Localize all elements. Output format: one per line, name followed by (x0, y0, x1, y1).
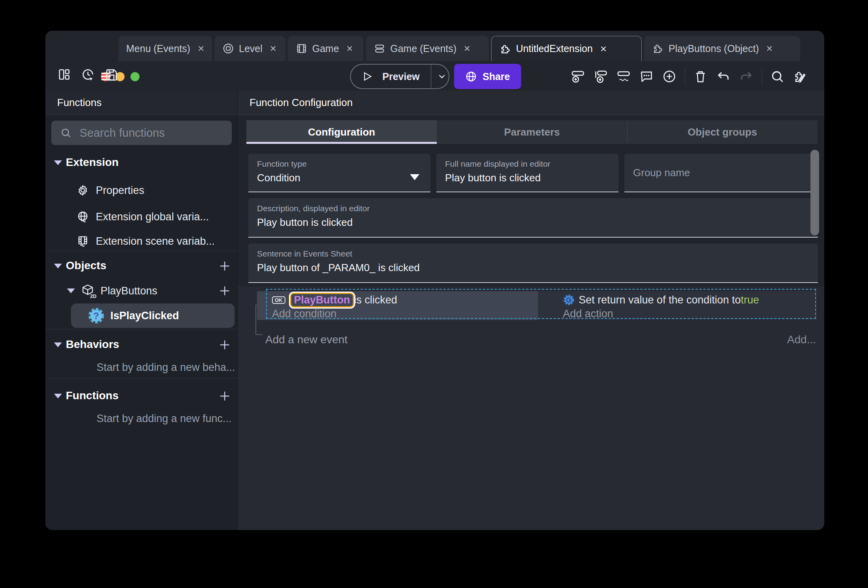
event-row[interactable]: OK PlayButton is clicked Add condition (257, 291, 817, 320)
dropdown-caret-icon (410, 174, 419, 180)
tab-label: PlayButtons (Object) (669, 43, 759, 54)
preview-button[interactable]: Preview (350, 64, 449, 89)
sidebar-section-behaviors[interactable]: Behaviors (45, 335, 237, 355)
group-name-field[interactable] (624, 154, 818, 192)
add-subevent-icon[interactable] (593, 69, 608, 84)
field-label: Function type (257, 159, 307, 169)
tab-game[interactable]: Game (288, 36, 363, 61)
add-behavior-icon[interactable] (218, 338, 231, 352)
sentence-field[interactable]: Sentence in Events Sheet Play button of … (248, 244, 818, 283)
collapse-caret-icon[interactable] (67, 288, 75, 293)
collapse-caret-icon[interactable] (54, 394, 62, 398)
gear-icon (76, 184, 89, 197)
tab-parameters[interactable]: Parameters (437, 120, 627, 144)
search-icon[interactable] (770, 69, 785, 84)
share-label: Share (482, 71, 510, 82)
tab-object-groups[interactable]: Object groups (627, 120, 818, 144)
sidebar-item-extension-scene-variables[interactable]: Extension scene variab... (45, 231, 237, 251)
window-zoom-button[interactable] (130, 72, 140, 81)
section-label: Extension (66, 156, 119, 169)
function-type-select[interactable]: Function type Condition (248, 154, 430, 192)
configuration-tabs: Configuration Parameters Object groups (246, 120, 818, 144)
tab-label: Menu (Events) (126, 43, 190, 54)
add-condition-link[interactable]: Add condition (272, 308, 337, 320)
tab-playbuttons-object[interactable]: PlayButtons (Object) (644, 36, 800, 61)
sidebar-item-label: Properties (96, 184, 144, 197)
collapse-caret-icon[interactable] (54, 264, 62, 268)
event-tree-line (255, 334, 263, 335)
tab-label: Level (239, 43, 263, 54)
history-icon[interactable] (81, 67, 95, 82)
field-label: Description, displayed in editor (257, 204, 370, 213)
undo-icon[interactable] (716, 69, 731, 84)
tab-menu-events[interactable]: Menu (Events) (118, 36, 212, 61)
delete-icon[interactable] (693, 69, 708, 84)
film-icon (296, 43, 307, 54)
chevron-down-icon[interactable] (437, 71, 447, 82)
redo-icon[interactable] (739, 69, 754, 84)
add-circle-icon[interactable] (662, 69, 677, 84)
add-free-function-icon[interactable] (218, 389, 231, 403)
action-text: Set return value of the condition to (579, 294, 741, 306)
sidebar-item-extension-global-variables[interactable]: Extension global varia... (45, 207, 237, 227)
add-event-icon[interactable] (570, 69, 585, 84)
share-button[interactable]: Share (454, 64, 521, 89)
toolbar-separator (762, 67, 762, 86)
tab-game-events[interactable]: Game (Events) (366, 36, 489, 61)
add-comment-icon[interactable] (639, 69, 654, 84)
preview-divider (431, 65, 431, 88)
play-icon (361, 71, 373, 82)
condition-object-name[interactable]: PlayButton (290, 293, 354, 307)
add-function-to-object-icon[interactable] (218, 284, 231, 298)
collapse-caret-icon[interactable] (54, 160, 62, 165)
collapse-caret-icon[interactable] (54, 342, 62, 347)
add-action-link[interactable]: Add action (563, 308, 613, 320)
editor-tabs: Menu (Events) Level Game Game (Events) (118, 36, 800, 61)
sidebar-section-extension[interactable]: Extension (45, 153, 237, 173)
add-other-event-icon[interactable] (616, 69, 631, 84)
description-field[interactable]: Description, displayed in editor Play bu… (248, 198, 818, 238)
full-name-field[interactable]: Full name displayed in editor Play butto… (436, 154, 618, 192)
close-icon[interactable] (269, 44, 278, 53)
functions-panel: Functions Extension Properties Extension… (45, 91, 238, 530)
condition-line[interactable]: OK PlayButton is clicked (272, 293, 397, 307)
edit-extension-icon[interactable] (793, 69, 808, 84)
close-icon[interactable] (765, 44, 774, 53)
sidebar-item-label: Extension global varia... (96, 211, 209, 223)
sidebar-section-functions[interactable]: Functions (45, 386, 237, 406)
add-new-event-link[interactable]: Add a new event (265, 333, 348, 346)
search-functions-input[interactable] (79, 126, 229, 140)
sidebar-section-objects[interactable]: Objects (45, 256, 237, 276)
home-layout-icon[interactable] (57, 67, 71, 82)
save-icon[interactable] (104, 67, 119, 82)
sidebar-item-properties[interactable]: Properties (45, 180, 237, 200)
gdevelop-window: Menu (Events) Level Game Game (Events) (45, 31, 824, 530)
close-icon[interactable] (345, 44, 354, 53)
tab-configuration[interactable]: Configuration (246, 120, 437, 144)
scene-icon (222, 43, 234, 54)
tab-label: Game (312, 43, 339, 54)
action-line[interactable]: Set return value of the condition to tru… (563, 293, 759, 307)
actions-cell[interactable]: Set return value of the condition to tru… (538, 291, 817, 320)
close-icon[interactable] (463, 44, 471, 53)
sidebar-item-isplayclicked-selected[interactable]: ? IsPlayClicked (71, 303, 235, 328)
conditions-cell[interactable]: OK PlayButton is clicked Add condition (257, 291, 538, 320)
action-boolean-value[interactable]: true (741, 294, 759, 306)
field-value: Play button is clicked (257, 216, 353, 229)
tab-untitled-extension[interactable]: UntitledExtension (491, 36, 642, 61)
event-tree-line (255, 305, 256, 335)
add-more-link[interactable]: Add... (787, 333, 816, 346)
field-value: Condition (257, 172, 300, 184)
search-functions-box[interactable] (51, 121, 232, 145)
add-object-icon[interactable] (218, 259, 231, 273)
divider (45, 251, 237, 251)
sidebar-item-label: Extension scene variab... (96, 235, 215, 247)
close-icon[interactable] (599, 45, 608, 53)
close-icon[interactable] (197, 44, 205, 53)
preview-label: Preview (382, 71, 420, 82)
events-sheet-background (238, 287, 824, 530)
tab-level[interactable]: Level (214, 36, 285, 61)
group-name-input[interactable] (624, 154, 818, 192)
sidebar-item-playbuttons[interactable]: 2D PlayButtons (45, 281, 237, 301)
scrollbar-thumb[interactable] (810, 150, 819, 235)
